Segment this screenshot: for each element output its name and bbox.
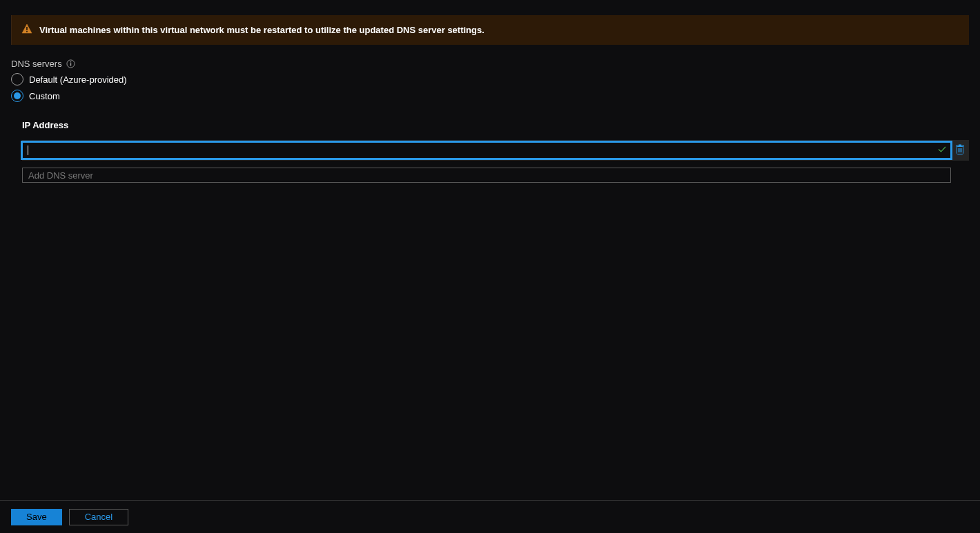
svg-rect-6 <box>956 145 964 147</box>
dns-input-primary[interactable] <box>22 142 951 159</box>
save-button[interactable]: Save <box>11 509 62 525</box>
dns-servers-label: DNS servers <box>11 59 62 69</box>
ip-address-section: IP Address <box>11 120 969 183</box>
dns-radio-group: Default (Azure-provided) Custom <box>11 73 969 102</box>
dns-input-primary-wrap <box>22 142 951 159</box>
warning-icon <box>21 23 32 37</box>
radio-custom-label: Custom <box>29 91 60 101</box>
dns-input-add-wrap <box>22 168 951 183</box>
svg-point-3 <box>70 61 71 63</box>
ip-address-header: IP Address <box>22 120 969 130</box>
dns-input-row-add <box>22 168 969 183</box>
svg-rect-4 <box>70 63 70 66</box>
svg-rect-7 <box>959 144 961 145</box>
radio-default[interactable]: Default (Azure-provided) <box>11 73 969 86</box>
radio-default-control[interactable] <box>11 73 23 86</box>
cancel-button[interactable]: Cancel <box>69 509 128 525</box>
text-cursor <box>28 145 28 155</box>
warning-message: Virtual machines within this virtual net… <box>39 25 484 35</box>
warning-banner: Virtual machines within this virtual net… <box>11 15 969 45</box>
radio-custom-control[interactable] <box>11 90 23 102</box>
radio-default-label: Default (Azure-provided) <box>29 74 127 85</box>
svg-rect-1 <box>26 31 28 32</box>
dns-input-add[interactable] <box>22 168 951 183</box>
info-icon[interactable] <box>66 59 75 68</box>
dns-servers-label-row: DNS servers <box>11 59 969 69</box>
footer-bar: Save Cancel <box>0 500 980 533</box>
delete-icon[interactable] <box>955 144 969 157</box>
svg-rect-0 <box>26 27 28 30</box>
main-content: Virtual machines within this virtual net… <box>0 0 980 500</box>
radio-custom[interactable]: Custom <box>11 90 969 102</box>
dns-input-row-primary <box>22 140 969 161</box>
